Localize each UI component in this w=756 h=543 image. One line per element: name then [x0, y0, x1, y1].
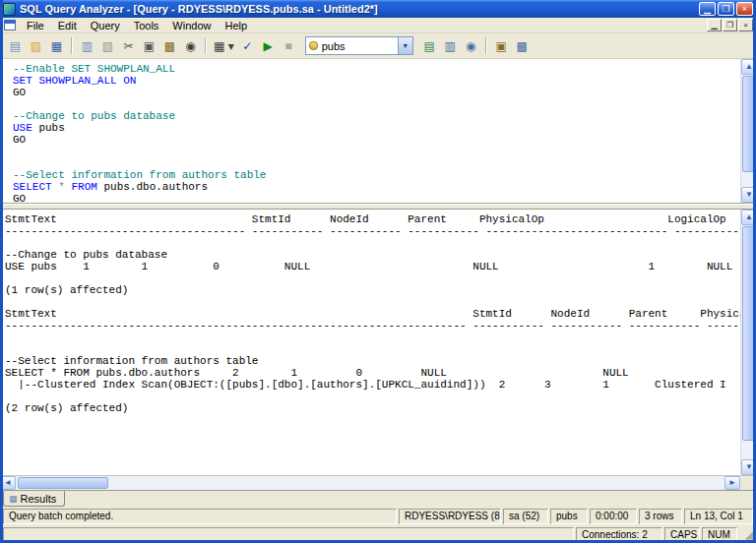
results-grid-icon: ▦	[9, 495, 18, 504]
tab-results-label: Results	[21, 493, 57, 505]
status-message: Query batch completed.	[3, 509, 397, 524]
editor-line	[13, 157, 740, 169]
status-exec-time: 0:00:00	[590, 509, 637, 524]
query-window-icon	[4, 20, 16, 30]
editor-vertical-scrollbar[interactable]: ▲ ▼	[740, 59, 756, 203]
restore-button[interactable]: ❐	[718, 2, 734, 16]
child-minimize-button[interactable]: ▁	[707, 19, 722, 31]
results-horizontal-scrollbar: ◄ ►	[0, 475, 756, 490]
status-server: RDYESS\RDYESS (8.0)	[399, 509, 501, 524]
parse-check-icon: ✓	[242, 40, 252, 52]
find-button[interactable]: ◉	[180, 35, 201, 56]
editor-line	[13, 146, 740, 157]
query-editor-pane[interactable]: --Enable SET SHOWPLAN_ALLSET SHOWPLAN_AL…	[0, 59, 756, 204]
results-pane: StmtText StmtId NodeId Parent PhysicalOp…	[0, 210, 756, 475]
save-disk-icon: ▦	[51, 40, 62, 52]
editor-line: --Select information from authors table	[13, 169, 740, 181]
toolbar-separator	[205, 37, 207, 54]
close-button[interactable]: ×	[736, 2, 753, 16]
editor-line	[13, 98, 740, 110]
execution-plan-icon: ▤	[424, 40, 435, 52]
database-combo[interactable]: pubs ▼	[305, 36, 413, 55]
scroll-up-icon[interactable]: ▲	[741, 210, 756, 225]
object-browser-icon: ▥	[445, 40, 456, 52]
status-user: sa (52)	[503, 509, 548, 524]
minimize-button[interactable]: ▁	[699, 2, 716, 16]
clear-window-icon: ▧	[102, 40, 113, 52]
show-results-pane-button[interactable]: ▩	[512, 35, 533, 56]
sql-query-analyzer-window: SQL Query Analyzer - [Query - RDYESS\RDY…	[0, 0, 756, 543]
results-pane-icon: ▩	[517, 40, 528, 52]
object-browser-button[interactable]: ▥	[440, 35, 461, 56]
scroll-up-icon[interactable]: ▲	[741, 59, 756, 75]
editor-scroll-thumb[interactable]	[742, 76, 755, 172]
mdi-child-controls: ▁ ❐ ×	[706, 19, 756, 31]
editor-line: USE pubs	[13, 122, 740, 134]
menu-window[interactable]: Window	[165, 18, 218, 33]
load-script-button[interactable]: ▨	[26, 35, 46, 56]
child-close-button[interactable]: ×	[738, 19, 753, 31]
template-icon: ▥	[82, 40, 93, 52]
clear-window-button[interactable]: ▧	[97, 35, 118, 56]
menu-query[interactable]: Query	[84, 18, 127, 33]
results-scroll-thumb[interactable]	[742, 226, 755, 441]
parse-query-button[interactable]: ✓	[237, 35, 258, 56]
display-estimated-plan-button[interactable]: ▤	[419, 35, 440, 56]
results-vertical-scrollbar[interactable]: ▲ ▼	[740, 210, 756, 475]
scroll-right-icon[interactable]: ►	[724, 476, 740, 490]
editor-line: GO	[13, 134, 740, 146]
scrollbar-corner	[740, 476, 756, 490]
database-combo-value: pubs	[322, 40, 398, 52]
scroll-left-icon[interactable]: ◄	[0, 476, 16, 490]
toolbar: ▤▨▦▥▧✂▣▩◉▦ ▾✓▶■ pubs ▼ ▤▥◉▣▩	[0, 33, 756, 59]
results-output: StmtText StmtId NodeId Parent PhysicalOp…	[0, 210, 740, 475]
chevron-down-icon[interactable]: ▼	[398, 37, 412, 54]
toolbar-right: ▤▥◉▣▩	[419, 35, 533, 56]
new-query-button[interactable]: ▤	[5, 35, 26, 56]
insert-template-button[interactable]: ▥	[77, 35, 97, 56]
title-bar: SQL Query Analyzer - [Query - RDYESS\RDY…	[0, 0, 756, 18]
toolbar-separator	[485, 37, 487, 54]
results-tab-bar: ▦ Results	[0, 490, 756, 507]
editor-line: GO	[13, 193, 740, 203]
save-query-button[interactable]: ▦	[46, 35, 67, 56]
status-empty	[3, 527, 574, 542]
scroll-down-icon[interactable]: ▼	[741, 187, 756, 203]
current-connection-properties-button[interactable]: ▣	[491, 35, 512, 56]
connection-properties-icon: ▣	[496, 40, 507, 52]
child-restore-button[interactable]: ❐	[723, 19, 737, 31]
scroll-down-icon[interactable]: ▼	[741, 459, 756, 475]
new-query-page-icon: ▤	[10, 40, 21, 52]
cut-button[interactable]: ✂	[118, 35, 139, 56]
cancel-query-button[interactable]: ■	[279, 35, 299, 56]
paste-button[interactable]: ▩	[159, 35, 180, 56]
horizontal-scroll-track[interactable]	[16, 476, 724, 490]
editor-code: --Enable SET SHOWPLAN_ALLSET SHOWPLAN_AL…	[0, 59, 740, 203]
cancel-stop-icon: ■	[285, 40, 292, 52]
app-status-bar: Connections: 2 CAPS NUM ◢	[0, 525, 756, 543]
status-database: pubs	[550, 509, 588, 524]
menu-edit[interactable]: Edit	[51, 18, 84, 33]
editor-line: SELECT * FROM pubs.dbo.authors	[13, 181, 740, 193]
resize-grip-icon[interactable]: ◢	[739, 527, 754, 542]
window-title: SQL Query Analyzer - [Query - RDYESS\RDY…	[20, 3, 697, 15]
menu-help[interactable]: Help	[218, 18, 254, 33]
horizontal-scroll-thumb[interactable]	[18, 477, 108, 489]
toolbar-left: ▤▨▦▥▧✂▣▩◉▦ ▾✓▶■	[5, 35, 299, 56]
execute-mode-button[interactable]: ▦ ▾	[211, 35, 237, 56]
toolbar-separator	[71, 37, 73, 54]
menu-bar: File Edit Query Tools Window Help ▁ ❐ ×	[0, 18, 756, 33]
execute-query-button[interactable]: ▶	[258, 35, 279, 56]
menu-file[interactable]: File	[20, 18, 51, 33]
menu-tools[interactable]: Tools	[127, 18, 166, 33]
status-connections: Connections: 2	[576, 527, 662, 542]
object-search-button[interactable]: ◉	[461, 35, 481, 56]
paste-icon: ▩	[164, 40, 175, 52]
scissors-icon: ✂	[123, 40, 133, 52]
find-icon: ◉	[185, 40, 195, 52]
copy-button[interactable]: ▣	[139, 35, 159, 56]
status-cursor-position: Ln 13, Col 1	[684, 509, 753, 524]
execute-play-icon: ▶	[264, 40, 273, 52]
tab-results[interactable]: ▦ Results	[3, 491, 65, 507]
query-status-bar: Query batch completed. RDYESS\RDYESS (8.…	[0, 507, 756, 525]
